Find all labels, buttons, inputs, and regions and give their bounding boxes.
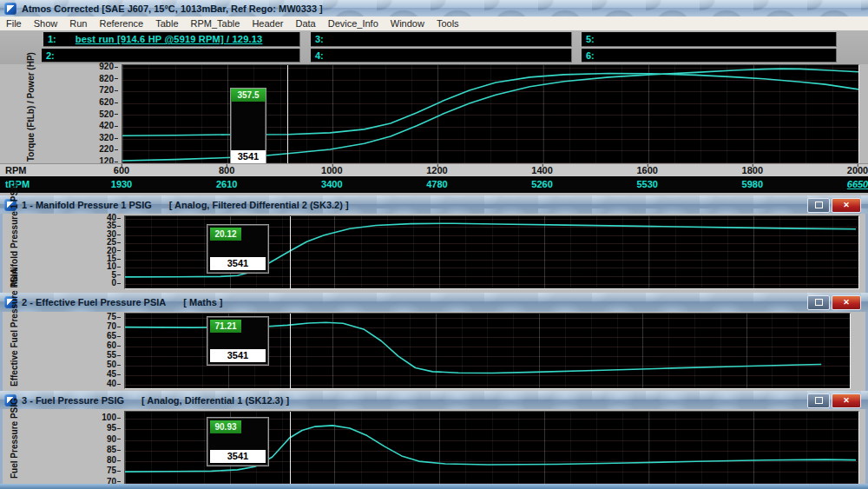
manifold-cursor-value-box: 20.12 3541 — [207, 224, 269, 274]
manifold-plot[interactable]: 20.12 3541 — [124, 215, 859, 289]
restore-button[interactable] — [807, 393, 830, 408]
y-tick-label: 50 — [81, 360, 121, 369]
restore-button[interactable] — [807, 198, 830, 213]
run-slot-3[interactable]: 3: — [311, 32, 572, 47]
y-tick-label: 75 — [81, 312, 121, 321]
manifold-titlebar[interactable]: 1 - Manifold Pressure 1 PSIG [ Analog, F… — [0, 195, 868, 215]
trpm-value: 5260 — [531, 179, 552, 189]
rpm-axis-title: RPM — [5, 165, 26, 175]
eff-fuel-window-subtitle: [ Maths ] — [183, 297, 222, 307]
close-button[interactable]: ✕ — [832, 393, 861, 408]
main-y-ticks: 920820720620520420320220120 — [78, 64, 118, 163]
y-tick-label: 0 — [81, 278, 121, 287]
run-slot-1[interactable]: 1: best run [914.6 HP @5919 RPM] / 129.1… — [43, 32, 300, 47]
eff-fuel-plot[interactable]: 71.21 3541 — [124, 313, 851, 389]
window-effective-fuel-pressure: 2 - Effective Fuel Pressure PSIA [ Maths… — [0, 293, 868, 391]
y-tick-label: 320 — [78, 133, 118, 142]
y-tick-label: 90 — [81, 434, 121, 444]
run-slot-4[interactable]: 4: — [311, 49, 572, 63]
menu-item-show[interactable]: Show — [28, 18, 64, 29]
menu-item-table[interactable]: Table — [149, 18, 184, 29]
y-tick-label: 95 — [81, 423, 121, 433]
y-tick-label: 220 — [78, 144, 118, 154]
manifold-cursor-trpm: 3541 — [210, 257, 266, 270]
rpm-ticks: 600800100012001400160018002000 — [122, 164, 858, 177]
fuel-plot[interactable]: 90.93 3541 — [124, 411, 859, 486]
trpm-value: 5980 — [742, 179, 763, 189]
rpm-tick-label: 600 — [114, 165, 129, 175]
run-slot-5[interactable]: 5: — [582, 32, 837, 47]
menu-item-reference[interactable]: Reference — [93, 18, 149, 29]
y-tick-label: 85 — [81, 445, 121, 454]
trpm-strip: tRPM 19302610340047805260553059806650 — [0, 176, 868, 193]
main-y-axis-label: Torque (FtLb) / Power (HP) — [26, 52, 36, 162]
y-tick-label: 720 — [78, 85, 118, 95]
window-manifold-pressure: 1 - Manifold Pressure 1 PSIG [ Analog, F… — [0, 195, 868, 293]
trpm-value: 1930 — [111, 179, 132, 189]
window-fuel-pressure: 3 - Fuel Pressure PSIG [ Analog, Differe… — [0, 391, 868, 489]
y-tick-label: 80 — [81, 455, 121, 465]
menu-item-device_info[interactable]: Device_Info — [322, 18, 385, 29]
window-bottom-border — [0, 484, 868, 489]
main-cursor-line[interactable] — [287, 65, 288, 164]
trpm-values: 19302610340047805260553059806650 — [122, 176, 858, 193]
rpm-tick-label: 1000 — [321, 165, 342, 175]
run-info-panel: 1: best run [914.6 HP @5919 RPM] / 129.1… — [0, 30, 868, 64]
eff-fuel-y-ticks: 7570656055504540 — [81, 313, 121, 387]
fuel-window-subtitle: [ Analog, Differential 1 (SK12.3) ] — [141, 395, 289, 406]
fuel-cursor-line[interactable] — [290, 412, 291, 485]
y-tick-label: 65 — [81, 331, 121, 340]
eff-fuel-y-axis-label: Effective Fuel Pressure PSIA — [10, 268, 19, 387]
fuel-cursor-trpm: 3541 — [210, 450, 266, 463]
menu-item-header[interactable]: Header — [246, 18, 289, 29]
trpm-value: 3400 — [321, 179, 342, 189]
rpm-tick-label: 2000 — [847, 165, 868, 175]
menu-item-file[interactable]: File — [0, 18, 28, 29]
close-button[interactable]: ✕ — [832, 198, 861, 213]
trpm-value: 2610 — [216, 179, 237, 189]
rpm-tick-label: 1600 — [636, 165, 657, 175]
eff-fuel-cursor-value: 71.21 — [210, 320, 241, 333]
app-icon — [4, 3, 16, 15]
menu-item-run[interactable]: Run — [63, 18, 93, 29]
fuel-window-title: 3 - Fuel Pressure PSIG — [22, 395, 124, 406]
restore-button[interactable] — [807, 295, 830, 310]
run-slot-6[interactable]: 6: — [582, 49, 837, 63]
menu-bar: FileShowRunReferenceTableRPM_TableHeader… — [0, 17, 868, 31]
eff-fuel-window-title: 2 - Effective Fuel Pressure PSIA — [22, 297, 166, 307]
menu-item-tools[interactable]: Tools — [431, 18, 465, 29]
manifold-cursor-line[interactable] — [290, 216, 291, 288]
menu-item-data[interactable]: Data — [289, 18, 321, 29]
y-tick-label: 55 — [81, 350, 121, 360]
menu-item-rpm_table[interactable]: RPM_Table — [185, 18, 247, 29]
fuel-titlebar[interactable]: 3 - Fuel Pressure PSIG [ Analog, Differe… — [0, 391, 868, 410]
y-tick-label: 820 — [78, 74, 118, 83]
main-window-title: Atmos Corrected [SAE J607, 15°C, 1013mBa… — [22, 3, 323, 14]
main-cursor-value-box: 357.5 3541 — [230, 88, 266, 164]
trpm-value: 4780 — [426, 179, 447, 189]
manifold-window-subtitle: [ Analog, Filtered Differential 2 (SK3.2… — [169, 200, 349, 210]
fuel-cursor-value-box: 90.93 3541 — [207, 417, 269, 466]
rpm-axis-strip: RPM 600800100012001400160018002000 — [0, 163, 868, 177]
run-3-label: 3: — [315, 34, 324, 44]
desktop: Atmos Corrected [SAE J607, 15°C, 1013mBa… — [0, 0, 868, 489]
run-5-label: 5: — [586, 34, 595, 44]
window-atmos-corrected: Atmos Corrected [SAE J607, 15°C, 1013mBa… — [0, 0, 868, 195]
run-6-label: 6: — [586, 50, 595, 61]
main-plot[interactable]: 357.5 3541 — [122, 64, 859, 165]
fuel-cursor-value: 90.93 — [210, 420, 241, 433]
y-tick-label: 45 — [81, 369, 121, 379]
fuel-y-ticks: 100959085807570 — [81, 411, 121, 484]
run-4-label: 4: — [315, 50, 324, 61]
menu-item-window[interactable]: Window — [385, 18, 431, 29]
eff-fuel-titlebar[interactable]: 2 - Effective Fuel Pressure PSIA [ Maths… — [0, 293, 868, 313]
main-titlebar[interactable]: Atmos Corrected [SAE J607, 15°C, 1013mBa… — [0, 0, 868, 17]
y-tick-label: 520 — [78, 109, 118, 119]
run-1-text: best run [914.6 HP @5919 RPM] / 129.13 — [76, 34, 263, 44]
trpm-value: 5530 — [636, 179, 657, 189]
close-button[interactable]: ✕ — [832, 295, 861, 310]
manifold-y-ticks: 4035302520151050 — [81, 215, 121, 287]
manifold-window-title: 1 - Manifold Pressure 1 PSIG — [22, 200, 152, 210]
run-slot-2[interactable]: 2: — [42, 49, 300, 63]
eff-fuel-cursor-line[interactable] — [290, 314, 291, 388]
